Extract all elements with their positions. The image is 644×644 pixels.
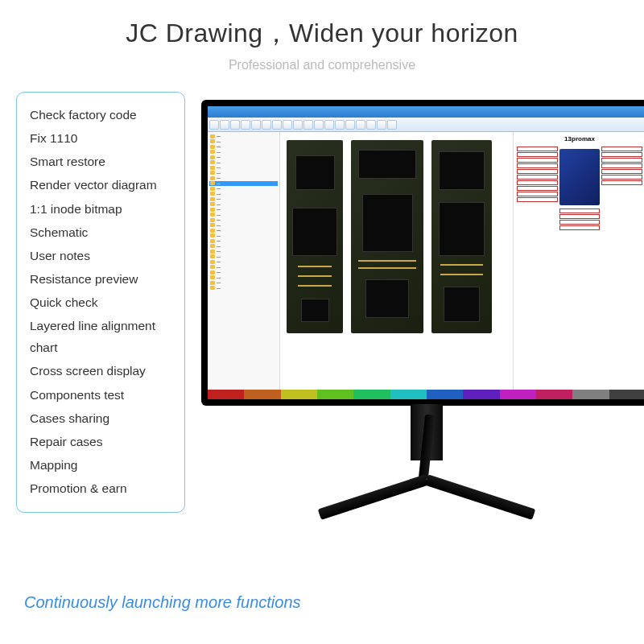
toolbar-button[interactable] — [356, 120, 365, 130]
toolbar-button[interactable] — [293, 120, 303, 130]
feature-item: Check factory code — [30, 104, 171, 126]
feature-item: Resistance preview — [30, 268, 171, 290]
folder-icon — [210, 208, 215, 212]
toolbar-button[interactable] — [283, 120, 292, 130]
toolbar-button[interactable] — [230, 120, 240, 130]
feature-item: Quick check — [30, 291, 171, 313]
folder-icon — [210, 244, 215, 248]
color-swatch[interactable] — [536, 390, 572, 399]
feature-item: Render vector diagram — [30, 174, 171, 196]
color-swatch[interactable] — [609, 390, 644, 399]
schematic-pane[interactable]: 13promax — [513, 132, 644, 390]
color-swatch[interactable] — [281, 390, 317, 399]
component-label — [517, 186, 558, 191]
file-tree-sidebar[interactable]: —————————————————————————————— — [208, 132, 280, 390]
folder-icon — [210, 286, 215, 290]
toolbar-button[interactable] — [272, 120, 282, 130]
component-label — [559, 225, 601, 230]
color-swatch[interactable] — [427, 390, 463, 399]
pcb-board-view — [287, 140, 343, 333]
feature-item: 1:1 inode bitmap — [30, 198, 171, 220]
toolbar-button[interactable] — [209, 120, 219, 130]
folder-icon — [210, 281, 215, 285]
component-label — [517, 175, 558, 180]
chip-block — [559, 149, 600, 205]
folder-icon — [210, 150, 215, 154]
main-canvas[interactable] — [280, 132, 513, 390]
feature-item: Schematic — [30, 221, 171, 243]
component-label — [559, 214, 601, 219]
feature-item: Smart restore — [30, 151, 171, 172]
toolbar-button[interactable] — [345, 120, 355, 130]
color-swatch[interactable] — [317, 390, 353, 399]
folder-icon — [210, 192, 215, 196]
folder-icon — [210, 250, 215, 254]
page-title: JC Drawing，Widen your horizon — [0, 16, 644, 52]
app-titlebar — [208, 106, 644, 118]
color-swatch[interactable] — [353, 390, 390, 399]
color-palette-bar[interactable] — [208, 390, 644, 399]
color-swatch[interactable] — [244, 390, 280, 399]
color-swatch[interactable] — [500, 390, 536, 399]
toolbar-button[interactable] — [335, 120, 345, 130]
folder-icon — [210, 187, 215, 191]
footer-tagline: Continuously launching more functions — [24, 593, 301, 612]
feature-item: Cases sharing — [30, 407, 171, 429]
folder-icon — [210, 145, 215, 149]
feature-item: Repair cases — [30, 431, 171, 452]
component-label — [517, 197, 558, 202]
component-label — [601, 175, 642, 180]
color-swatch[interactable] — [390, 390, 427, 399]
toolbar-button[interactable] — [220, 120, 229, 130]
folder-icon — [210, 254, 215, 258]
feature-item: Cross screen display — [30, 360, 171, 382]
folder-icon — [210, 166, 215, 170]
toolbar-button[interactable] — [314, 120, 324, 130]
color-swatch[interactable] — [208, 390, 244, 399]
toolbar-button[interactable] — [377, 120, 386, 130]
toolbar-button[interactable] — [241, 120, 250, 130]
pcb-board-view — [431, 140, 492, 333]
color-swatch[interactable] — [463, 390, 499, 399]
color-swatch[interactable] — [572, 390, 609, 399]
folder-icon — [210, 239, 215, 243]
folder-icon — [210, 202, 215, 206]
tree-item[interactable]: — — [209, 286, 278, 291]
folder-icon — [210, 134, 215, 138]
component-label — [601, 163, 642, 168]
folder-icon — [210, 155, 215, 159]
feature-item: User notes — [30, 245, 171, 266]
feature-item: Mapping — [30, 454, 171, 476]
component-label — [601, 180, 642, 185]
component-label — [517, 158, 558, 163]
toolbar-button[interactable] — [251, 120, 261, 130]
folder-icon — [210, 260, 215, 264]
app-toolbar — [208, 118, 644, 132]
component-label — [601, 147, 642, 151]
folder-icon — [210, 218, 215, 222]
monitor-display: —————————————————————————————— — [201, 100, 644, 551]
app-window: —————————————————————————————— — [208, 106, 644, 399]
component-label — [517, 163, 558, 168]
tree-label: — — [217, 286, 221, 291]
feature-item: Fix 1110 — [30, 127, 171, 149]
component-label — [517, 147, 558, 151]
component-label — [601, 152, 642, 157]
toolbar-button[interactable] — [387, 120, 397, 130]
folder-icon — [210, 213, 215, 217]
toolbar-button[interactable] — [303, 120, 313, 130]
feature-item: Promotion & earn — [30, 477, 171, 499]
component-label — [559, 208, 601, 213]
folder-icon — [210, 275, 215, 279]
folder-icon — [210, 171, 215, 175]
component-label — [559, 220, 601, 225]
component-label — [517, 180, 558, 185]
folder-icon — [210, 181, 215, 185]
toolbar-button[interactable] — [262, 120, 271, 130]
toolbar-button[interactable] — [324, 120, 334, 130]
folder-icon — [210, 265, 215, 269]
toolbar-button[interactable] — [366, 120, 376, 130]
folder-icon — [210, 160, 215, 164]
folder-icon — [210, 229, 215, 233]
component-label — [601, 169, 642, 174]
